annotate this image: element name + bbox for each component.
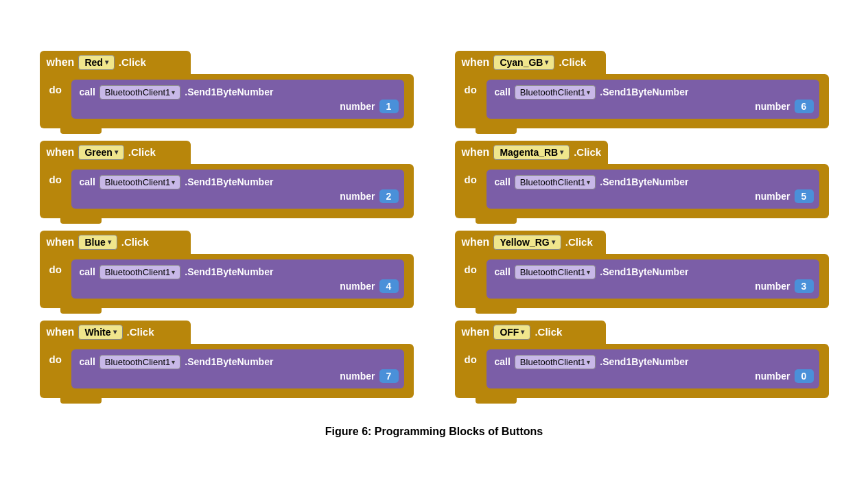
dropdown-arrow: ▾ (560, 148, 563, 156)
call-block-white: callBluetoothClient1 ▾.Send1ByteNumbernu… (71, 349, 404, 388)
number-row: number6 (755, 100, 813, 113)
button-pill-magenta[interactable]: Magenta_RB ▾ (493, 145, 570, 160)
number-badge-white: 7 (379, 369, 399, 383)
bt-client-pill-green[interactable]: BluetoothClient1 ▾ (99, 175, 180, 189)
call-label: call (80, 86, 95, 97)
send-method-label: .Send1ByteNumber (185, 356, 273, 367)
call-label: call (80, 266, 95, 277)
number-badge-cyan: 6 (795, 100, 814, 113)
block-group-green: whenGreen ▾.ClickdocallBluetoothClient1 … (40, 141, 414, 218)
call-top-row: callBluetoothClient1 ▾.Send1ByteNumber (80, 175, 396, 189)
bt-client-pill-red[interactable]: BluetoothClient1 ▾ (99, 85, 180, 100)
call-label: call (495, 266, 511, 277)
number-row: number2 (340, 189, 398, 203)
number-text: number (755, 371, 790, 382)
when-block-cyan: whenCyan_GB ▾.Click (455, 51, 606, 74)
button-pill-red[interactable]: Red ▾ (78, 55, 114, 70)
call-top-row: callBluetoothClient1 ▾.Send1ByteNumber (495, 265, 811, 279)
do-label: do (49, 80, 66, 95)
bt-client-pill-cyan[interactable]: BluetoothClient1 ▾ (515, 85, 596, 100)
do-label: do (465, 349, 481, 365)
call-block-yellow: callBluetoothClient1 ▾.Send1ByteNumbernu… (486, 259, 819, 299)
blocks-container: whenRed ▾.ClickdocallBluetoothClient1 ▾.… (40, 51, 829, 398)
bt-dropdown-arrow: ▾ (172, 268, 175, 276)
number-text: number (340, 371, 375, 382)
do-block-cyan: docallBluetoothClient1 ▾.Send1ByteNumber… (455, 74, 829, 128)
call-block-green: callBluetoothClient1 ▾.Send1ByteNumbernu… (71, 170, 404, 209)
click-label: .Click (559, 56, 586, 68)
call-label: call (495, 86, 511, 97)
do-block-red: docallBluetoothClient1 ▾.Send1ByteNumber… (40, 74, 414, 128)
block-group-red: whenRed ▾.ClickdocallBluetoothClient1 ▾.… (40, 51, 414, 128)
block-group-white: whenWhite ▾.ClickdocallBluetoothClient1 … (40, 321, 414, 398)
block-group-magenta: whenMagenta_RB ▾.ClickdocallBluetoothCli… (455, 141, 829, 218)
call-block-blue: callBluetoothClient1 ▾.Send1ByteNumbernu… (71, 259, 404, 299)
dropdown-arrow: ▾ (108, 238, 111, 246)
number-badge-red: 1 (379, 100, 399, 113)
do-block-blue: docallBluetoothClient1 ▾.Send1ByteNumber… (40, 254, 414, 308)
click-label: .Click (535, 326, 562, 338)
block-group-off: whenOFF ▾.ClickdocallBluetoothClient1 ▾.… (455, 321, 829, 398)
bt-client-pill-white[interactable]: BluetoothClient1 ▾ (99, 355, 180, 369)
number-text: number (340, 101, 375, 112)
bt-dropdown-arrow: ▾ (587, 178, 590, 186)
click-label: .Click (574, 146, 601, 158)
call-label: call (495, 356, 511, 367)
do-label: do (465, 259, 481, 275)
number-text: number (340, 281, 375, 292)
number-row: number3 (755, 279, 813, 293)
call-top-row: callBluetoothClient1 ▾.Send1ByteNumber (495, 355, 811, 369)
when-label: when (47, 236, 75, 248)
call-top-row: callBluetoothClient1 ▾.Send1ByteNumber (80, 85, 396, 100)
number-badge-green: 2 (379, 189, 399, 203)
when-label: when (47, 326, 75, 338)
button-pill-cyan[interactable]: Cyan_GB ▾ (493, 55, 554, 70)
do-block-yellow: docallBluetoothClient1 ▾.Send1ByteNumber… (455, 254, 829, 308)
number-text: number (755, 191, 790, 202)
dropdown-arrow: ▾ (115, 148, 118, 156)
when-block-white: whenWhite ▾.Click (40, 321, 191, 344)
call-label: call (80, 176, 95, 187)
number-row: number7 (340, 369, 398, 383)
button-pill-white[interactable]: White ▾ (78, 325, 122, 340)
dropdown-arrow: ▾ (545, 58, 548, 66)
bt-dropdown-arrow: ▾ (172, 89, 175, 96)
when-label: when (47, 146, 75, 159)
do-label: do (465, 170, 481, 185)
do-block-off: docallBluetoothClient1 ▾.Send1ByteNumber… (455, 344, 829, 398)
when-label: when (462, 236, 490, 248)
click-label: .Click (127, 326, 154, 338)
call-label: call (495, 176, 511, 187)
when-block-green: whenGreen ▾.Click (40, 141, 191, 164)
button-pill-yellow[interactable]: Yellow_RG ▾ (493, 235, 561, 250)
click-label: .Click (128, 146, 156, 158)
button-pill-blue[interactable]: Blue ▾ (78, 235, 117, 250)
number-badge-blue: 4 (379, 279, 399, 293)
when-block-blue: whenBlue ▾.Click (40, 231, 191, 254)
number-text: number (755, 281, 790, 292)
when-label: when (47, 56, 75, 69)
bt-dropdown-arrow: ▾ (587, 358, 590, 366)
dropdown-arrow: ▾ (113, 328, 117, 336)
button-pill-off[interactable]: OFF ▾ (493, 325, 530, 340)
do-block-white: docallBluetoothClient1 ▾.Send1ByteNumber… (40, 344, 414, 398)
bt-dropdown-arrow: ▾ (587, 268, 590, 276)
number-row: number1 (340, 100, 398, 113)
bt-client-pill-blue[interactable]: BluetoothClient1 ▾ (99, 265, 180, 279)
bt-client-pill-yellow[interactable]: BluetoothClient1 ▾ (515, 265, 596, 279)
number-badge-off: 0 (795, 369, 814, 383)
do-label: do (465, 80, 481, 95)
call-top-row: callBluetoothClient1 ▾.Send1ByteNumber (80, 265, 396, 279)
bt-dropdown-arrow: ▾ (172, 178, 175, 186)
number-text: number (340, 191, 375, 202)
number-badge-yellow: 3 (795, 279, 814, 293)
send-method-label: .Send1ByteNumber (600, 356, 688, 367)
bt-client-pill-off[interactable]: BluetoothClient1 ▾ (515, 355, 596, 369)
bt-client-pill-magenta[interactable]: BluetoothClient1 ▾ (515, 175, 596, 189)
call-top-row: callBluetoothClient1 ▾.Send1ByteNumber (80, 355, 396, 369)
block-group-yellow: whenYellow_RG ▾.ClickdocallBluetoothClie… (455, 231, 829, 308)
when-block-magenta: whenMagenta_RB ▾.Click (455, 141, 609, 164)
bt-dropdown-arrow: ▾ (587, 89, 590, 96)
click-label: .Click (119, 56, 146, 68)
button-pill-green[interactable]: Green ▾ (78, 145, 124, 160)
